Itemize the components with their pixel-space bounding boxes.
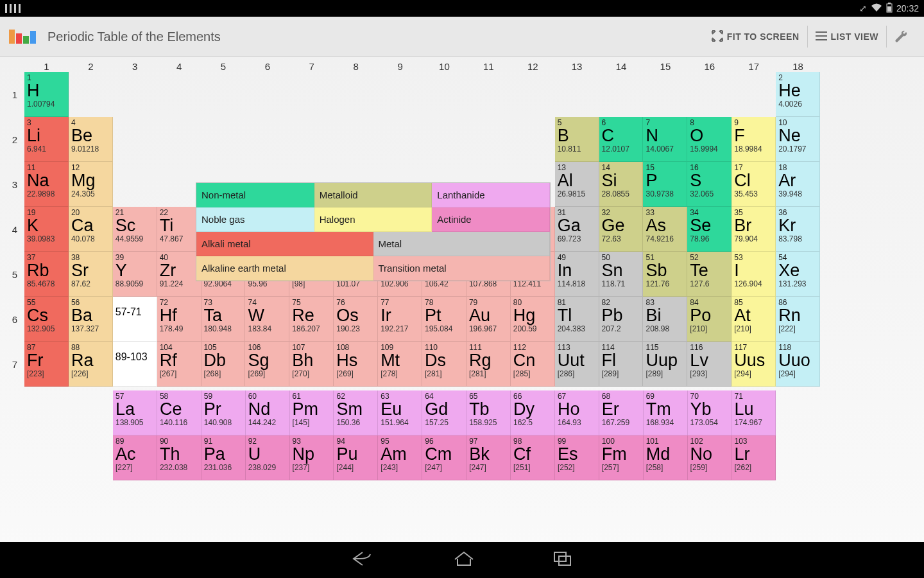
element-cell-P[interactable]: 15P30.9738 <box>643 162 687 207</box>
element-cell-O[interactable]: 8O15.9994 <box>687 117 732 162</box>
element-cell-Ca[interactable]: 20Ca40.078 <box>69 207 113 252</box>
element-cell-Db[interactable]: 105Db[268] <box>201 342 246 387</box>
element-cell-Fr[interactable]: 87Fr[223] <box>24 342 69 387</box>
home-button[interactable] <box>452 550 475 570</box>
element-cell-Pb[interactable]: 82Pb207.2 <box>599 297 644 342</box>
element-cell-Ba[interactable]: 56Ba137.327 <box>69 297 113 342</box>
element-cell-Pa[interactable]: 91Pa231.036 <box>201 435 246 480</box>
legend-halogen[interactable]: Halogen <box>314 207 432 232</box>
element-cell-Tl[interactable]: 81Tl204.383 <box>555 297 599 342</box>
element-cell-Ac[interactable]: 89Ac[227] <box>113 435 157 480</box>
element-cell-Ir[interactable]: 77Ir192.217 <box>378 297 422 342</box>
element-cell-Sn[interactable]: 50Sn118.71 <box>599 252 644 297</box>
element-cell-Pm[interactable]: 61Pm[145] <box>290 390 334 435</box>
element-cell-Eu[interactable]: 63Eu151.964 <box>378 390 422 435</box>
range-cell[interactable]: 89-103 <box>113 342 157 387</box>
element-cell-Tb[interactable]: 65Tb158.925 <box>466 390 511 435</box>
element-cell-Ce[interactable]: 58Ce140.116 <box>157 390 201 435</box>
element-cell-Be[interactable]: 4Be9.01218 <box>69 117 113 162</box>
element-cell-Np[interactable]: 93Np[237] <box>290 435 334 480</box>
element-cell-Fl[interactable]: 114Fl[289] <box>599 342 644 387</box>
element-cell-Cm[interactable]: 96Cm[247] <box>422 435 466 480</box>
element-cell-Xe[interactable]: 54Xe131.293 <box>776 252 820 297</box>
element-cell-As[interactable]: 33As74.9216 <box>643 207 687 252</box>
element-cell-Pt[interactable]: 78Pt195.084 <box>422 297 466 342</box>
element-cell-Am[interactable]: 95Am[243] <box>378 435 422 480</box>
element-cell-Au[interactable]: 79Au196.967 <box>466 297 511 342</box>
fit-to-screen-button[interactable]: FIT TO SCREEN <box>705 24 806 49</box>
element-cell-Ti[interactable]: 22Ti47.867 <box>157 207 201 252</box>
element-cell-H[interactable]: 1H1.00794 <box>24 72 69 117</box>
element-cell-Y[interactable]: 39Y88.9059 <box>113 252 157 297</box>
element-cell-Ge[interactable]: 32Ge72.63 <box>599 207 644 252</box>
list-view-button[interactable]: LIST VIEW <box>809 24 886 49</box>
element-cell-W[interactable]: 74W183.84 <box>245 297 289 342</box>
legend-alkali[interactable]: Alkali metal <box>196 232 373 256</box>
element-cell-Ar[interactable]: 18Ar39.948 <box>776 162 820 207</box>
element-cell-Ds[interactable]: 110Ds[281] <box>422 342 466 387</box>
element-cell-Rg[interactable]: 111Rg[281] <box>466 342 511 387</box>
element-cell-Md[interactable]: 101Md[258] <box>644 435 688 480</box>
element-cell-S[interactable]: 16S32.065 <box>687 162 732 207</box>
element-cell-Na[interactable]: 11Na22.9898 <box>24 162 69 207</box>
element-cell-Fm[interactable]: 100Fm[257] <box>599 435 644 480</box>
recent-button[interactable] <box>552 550 574 570</box>
back-button[interactable] <box>350 550 375 570</box>
element-cell-Tm[interactable]: 69Tm168.934 <box>644 390 688 435</box>
element-cell-In[interactable]: 49In114.818 <box>555 252 599 297</box>
element-cell-Mg[interactable]: 12Mg24.305 <box>69 162 113 207</box>
element-cell-Sb[interactable]: 51Sb121.76 <box>643 252 687 297</box>
element-cell-Lu[interactable]: 71Lu174.967 <box>732 390 776 435</box>
element-cell-Sc[interactable]: 21Sc44.9559 <box>113 207 157 252</box>
element-cell-Cn[interactable]: 112Cn[285] <box>511 342 555 387</box>
element-cell-At[interactable]: 85At[210] <box>732 297 776 342</box>
element-cell-Gd[interactable]: 64Gd157.25 <box>422 390 466 435</box>
element-cell-No[interactable]: 102No[259] <box>688 435 732 480</box>
element-cell-Mt[interactable]: 109Mt[278] <box>378 342 422 387</box>
element-cell-I[interactable]: 53I126.904 <box>732 252 776 297</box>
element-cell-C[interactable]: 6C12.0107 <box>599 117 644 162</box>
legend-noblegas[interactable]: Noble gas <box>196 207 314 232</box>
element-cell-N[interactable]: 7N14.0067 <box>643 117 687 162</box>
element-cell-Po[interactable]: 84Po[210] <box>687 297 732 342</box>
element-cell-Pu[interactable]: 94Pu[244] <box>334 435 378 480</box>
element-cell-Dy[interactable]: 66Dy162.5 <box>511 390 555 435</box>
element-cell-Th[interactable]: 90Th232.038 <box>157 435 201 480</box>
element-cell-Kr[interactable]: 36Kr83.798 <box>776 207 820 252</box>
element-cell-Os[interactable]: 76Os190.23 <box>334 297 378 342</box>
element-cell-Zr[interactable]: 40Zr91.224 <box>157 252 201 297</box>
legend-act[interactable]: Actinide <box>432 207 550 232</box>
element-cell-Rn[interactable]: 86Rn[222] <box>776 297 820 342</box>
element-cell-Bi[interactable]: 83Bi208.98 <box>643 297 687 342</box>
element-cell-Se[interactable]: 34Se78.96 <box>687 207 732 252</box>
element-cell-Ho[interactable]: 67Ho164.93 <box>555 390 599 435</box>
element-cell-Ne[interactable]: 10Ne20.1797 <box>776 117 820 162</box>
element-cell-Er[interactable]: 68Er167.259 <box>599 390 644 435</box>
element-cell-Sg[interactable]: 106Sg[269] <box>245 342 289 387</box>
legend-trans[interactable]: Transition metal <box>373 256 551 281</box>
element-cell-Hg[interactable]: 80Hg200.59 <box>511 297 555 342</box>
element-cell-Br[interactable]: 35Br79.904 <box>732 207 776 252</box>
element-cell-Al[interactable]: 13Al26.9815 <box>555 162 599 207</box>
element-cell-Re[interactable]: 75Re186.207 <box>289 297 334 342</box>
element-cell-Ta[interactable]: 73Ta180.948 <box>201 297 246 342</box>
element-cell-F[interactable]: 9F18.9984 <box>732 117 776 162</box>
element-cell-Yb[interactable]: 70Yb173.054 <box>688 390 732 435</box>
element-cell-Cl[interactable]: 17Cl35.453 <box>732 162 776 207</box>
element-cell-Es[interactable]: 99Es[252] <box>555 435 599 480</box>
legend-metalloid[interactable]: Metalloid <box>314 183 432 207</box>
legend-alkearth[interactable]: Alkaline earth metal <box>196 256 373 281</box>
element-cell-Cs[interactable]: 55Cs132.905 <box>24 297 69 342</box>
legend-lan[interactable]: Lanthanide <box>432 183 550 207</box>
element-cell-Bk[interactable]: 97Bk[247] <box>466 435 511 480</box>
element-cell-Uup[interactable]: 115Uup[289] <box>643 342 687 387</box>
element-cell-Uuo[interactable]: 118Uuo[294] <box>776 342 820 387</box>
element-cell-Hs[interactable]: 108Hs[269] <box>334 342 378 387</box>
element-cell-Lr[interactable]: 103Lr[262] <box>732 435 776 480</box>
element-cell-Li[interactable]: 3Li6.941 <box>24 117 69 162</box>
element-cell-Bh[interactable]: 107Bh[270] <box>289 342 334 387</box>
element-cell-B[interactable]: 5B10.811 <box>555 117 599 162</box>
element-cell-Rf[interactable]: 104Rf[267] <box>157 342 201 387</box>
element-cell-Ra[interactable]: 88Ra[226] <box>69 342 113 387</box>
element-cell-Sm[interactable]: 62Sm150.36 <box>334 390 378 435</box>
